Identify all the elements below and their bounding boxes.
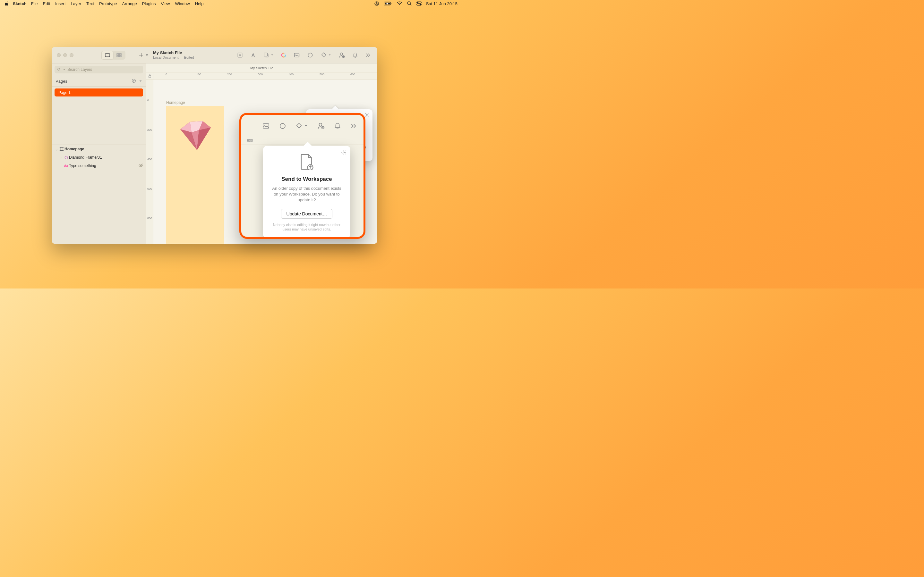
spotlight-icon[interactable]	[407, 1, 412, 6]
collaborate-icon[interactable]	[317, 122, 325, 130]
ruler-tick: 200	[227, 73, 232, 76]
zoom-window-button[interactable]	[69, 53, 73, 57]
svg-rect-4	[391, 3, 391, 4]
hidden-layer-icon[interactable]	[138, 163, 144, 169]
window-toolbar: My Sketch File Local Document — Edited	[52, 47, 377, 63]
wifi-icon[interactable]	[397, 1, 402, 6]
callout-toolbar	[241, 115, 363, 137]
more-tools-icon[interactable]	[350, 123, 357, 129]
chevron-down-icon[interactable]: ⌄	[54, 147, 59, 151]
document-subtitle: Local Document — Edited	[153, 55, 194, 59]
layer-artboard-name: Homepage	[65, 147, 84, 151]
popover-title: Send to Workspace	[270, 176, 343, 182]
gear-icon[interactable]	[365, 113, 369, 119]
menu-arrange[interactable]: Arrange	[122, 1, 137, 6]
svg-marker-34	[197, 127, 211, 150]
resize-tool-icon[interactable]	[263, 52, 274, 58]
menu-insert[interactable]: Insert	[55, 1, 66, 6]
ruler-origin-lock[interactable]	[146, 73, 153, 79]
menu-file[interactable]: File	[31, 1, 38, 6]
svg-point-21	[340, 53, 342, 55]
ruler-tick: 300	[258, 73, 263, 76]
create-symbol-icon[interactable]	[320, 52, 331, 58]
menu-text[interactable]: Text	[86, 1, 94, 6]
symbol-tool-icon[interactable]	[237, 52, 243, 58]
layer-artboard[interactable]: ⌄ Homepage	[52, 145, 146, 153]
svg-rect-16	[264, 53, 267, 56]
create-symbol-icon[interactable]	[296, 122, 308, 129]
rotate-tool-icon[interactable]	[279, 122, 286, 130]
popover-body: An older copy of this document exists on…	[270, 185, 343, 203]
user-icon[interactable]	[374, 1, 379, 6]
svg-rect-37	[263, 124, 269, 128]
svg-point-1	[376, 2, 377, 3]
zoom-callout: 800 Send to Workspace An older copy of t…	[239, 113, 365, 239]
page-row-selected[interactable]: Page 1	[55, 89, 143, 97]
close-window-button[interactable]	[57, 53, 61, 57]
menubar-app-name[interactable]: Sketch	[13, 1, 27, 6]
rotate-tool-icon[interactable]	[307, 52, 313, 58]
collaborate-icon[interactable]	[338, 52, 345, 59]
minimize-window-button[interactable]	[63, 53, 67, 57]
battery-icon[interactable]	[384, 1, 392, 6]
chevron-right-icon[interactable]: ›	[59, 156, 63, 159]
ruler-tick: 100	[196, 73, 201, 76]
callout-ruler: 800	[241, 137, 363, 145]
text-tool-icon[interactable]	[250, 52, 256, 58]
svg-point-9	[420, 4, 421, 5]
svg-point-8	[417, 2, 418, 3]
svg-rect-10	[105, 53, 110, 57]
more-tools-icon[interactable]	[365, 53, 371, 57]
collapse-pages-icon[interactable]	[139, 79, 142, 84]
vertical-ruler[interactable]: 0 200 400 600 800	[146, 79, 153, 244]
image-tool-icon[interactable]	[262, 122, 270, 130]
svg-rect-14	[120, 55, 121, 57]
search-layers-input[interactable]: Search Layers	[55, 66, 143, 73]
menu-prototype[interactable]: Prototype	[99, 1, 117, 6]
layer-group[interactable]: › Diamond Frame/01	[52, 153, 146, 161]
menu-edit[interactable]: Edit	[43, 1, 50, 6]
control-center-icon[interactable]	[417, 1, 422, 6]
notifications-icon[interactable]	[334, 122, 341, 130]
menu-view[interactable]: View	[161, 1, 170, 6]
tint-tool-icon[interactable]	[281, 52, 286, 58]
svg-point-38	[280, 123, 285, 129]
svg-rect-19	[294, 53, 299, 57]
menu-help[interactable]: Help	[195, 1, 204, 6]
image-tool-icon[interactable]	[294, 52, 300, 58]
svg-rect-13	[117, 55, 119, 57]
ruler-tick: 400	[147, 158, 152, 161]
document-upload-icon	[300, 153, 314, 170]
ruler-tick: 600	[147, 187, 152, 190]
menu-layer[interactable]: Layer	[71, 1, 81, 6]
menu-window[interactable]: Window	[175, 1, 190, 6]
add-page-icon[interactable]	[131, 78, 136, 84]
update-document-button[interactable]: Update Document…	[281, 209, 333, 219]
text-layer-icon: Aa	[63, 164, 69, 168]
menubar-clock[interactable]: Sat 11 Jun 20:15	[426, 1, 457, 6]
gear-icon[interactable]	[341, 150, 347, 156]
layer-text[interactable]: Aa Type something	[52, 161, 146, 170]
horizontal-ruler[interactable]: 0 100 200 300 400 500 600	[153, 73, 377, 79]
popover-footnote: Nobody else is editing it right now but …	[270, 222, 343, 232]
artboard-label[interactable]: Homepage	[166, 100, 185, 105]
symbol-instance-icon	[63, 155, 69, 160]
notifications-icon[interactable]	[352, 52, 358, 58]
layer-list-segment[interactable]	[102, 51, 113, 59]
apple-menu-icon[interactable]	[5, 1, 9, 6]
ruler-tick: 500	[320, 73, 325, 76]
send-to-workspace-popover-enlarged: Send to Workspace An older copy of this …	[263, 146, 351, 238]
document-tab[interactable]: My Sketch File	[146, 63, 377, 73]
svg-point-39	[319, 123, 322, 126]
search-placeholder: Search Layers	[67, 67, 92, 72]
components-segment[interactable]	[113, 51, 125, 59]
macos-menubar: Sketch File Edit Insert Layer Text Proto…	[0, 0, 462, 7]
menu-plugins[interactable]: Plugins	[142, 1, 156, 6]
ruler-tick: 400	[289, 73, 294, 76]
svg-rect-25	[60, 148, 63, 151]
ruler-tick: 0	[147, 99, 149, 102]
diamond-graphic[interactable]	[174, 118, 216, 153]
svg-point-23	[58, 68, 60, 71]
document-title: My Sketch File	[153, 51, 194, 55]
insert-button[interactable]	[138, 52, 149, 58]
